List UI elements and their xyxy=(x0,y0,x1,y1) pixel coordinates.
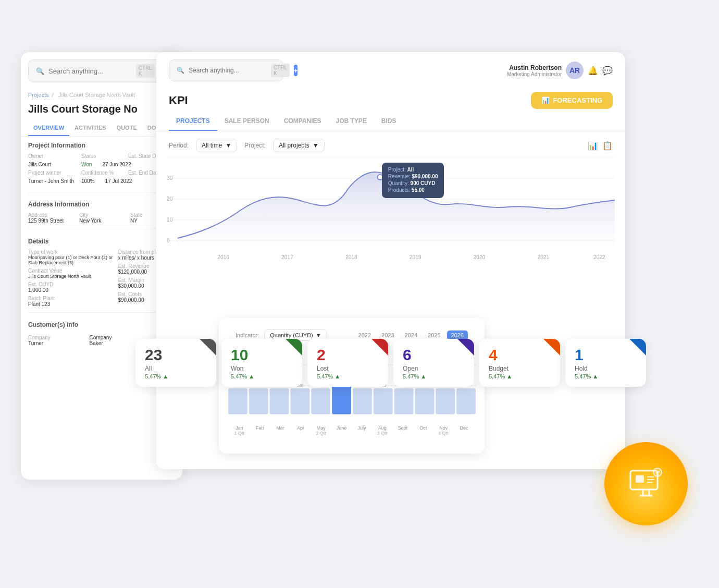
avatar: AR xyxy=(566,62,584,79)
qtr-label-1 xyxy=(250,431,270,436)
metric-num: 10 xyxy=(231,346,254,364)
metric-num: 23 xyxy=(145,346,168,364)
project-label: Project: xyxy=(244,142,266,149)
search-shortcut: CTRL K xyxy=(136,64,155,78)
est-cuyd-value: 1,000.00 xyxy=(28,287,114,293)
bar-Apr[interactable] xyxy=(290,388,309,414)
contract-label: Contract Value xyxy=(28,268,75,274)
metric-card-budget[interactable]: 4 Budget 5.47% ▲ xyxy=(479,339,560,387)
tab-quote[interactable]: QUOTE xyxy=(111,120,142,136)
kpi-tab-saleperson[interactable]: SALE PERSON xyxy=(217,112,277,131)
bar-Oct[interactable] xyxy=(415,388,434,414)
tab-overview[interactable]: OVERVIEW xyxy=(28,120,69,136)
address-value: 125 99th Street xyxy=(28,218,75,224)
bar-Mar[interactable] xyxy=(270,388,289,414)
qtr-label-0: 1 Qtr xyxy=(229,431,250,436)
turner-label: Turner xyxy=(28,340,85,346)
forecasting-icon: 📊 xyxy=(541,96,550,104)
bar-Dec[interactable] xyxy=(456,388,476,414)
indicator-label: Indicator: xyxy=(235,332,259,338)
right-search-input[interactable] xyxy=(189,67,267,74)
bar-Sept[interactable] xyxy=(394,388,414,414)
svg-text:2016: 2016 xyxy=(217,254,229,260)
metric-cards-row: 23 All 5.47% ▲ 10 Won 5.47% ▲ 2 Lost 5.4… xyxy=(135,339,636,387)
right-add-button[interactable]: + xyxy=(294,65,298,76)
qtr-label-11 xyxy=(454,431,474,436)
chevron-icon: ▼ xyxy=(316,332,321,338)
bell-icon[interactable]: 🔔 xyxy=(588,66,598,76)
tab-activities[interactable]: ACTIVITIES xyxy=(69,120,111,136)
metric-card-won[interactable]: 10 Won 5.47% ▲ xyxy=(221,339,302,387)
bar-qtr-labels: 1 Qtr2 Qtr3 Qtr4 Qtr xyxy=(227,431,476,436)
tooltip-revenue-value: $90,000.00 xyxy=(412,174,438,179)
kpi-title: KPI xyxy=(169,94,188,107)
line-chart-area: Project: All Revenue: $90,000.00 Quantit… xyxy=(167,157,615,277)
kpi-header: KPI 📊 FORECASTING xyxy=(156,81,625,109)
kpi-tab-bids[interactable]: BIDS xyxy=(374,112,404,131)
bar-x-labels: JanFebMarAprMayJuneJulyAugSeptOctNovDec xyxy=(227,425,476,431)
tooltip-products-label: Products: xyxy=(388,187,410,193)
month-label-Mar: Mar xyxy=(270,425,290,431)
month-label-Jan: Jan xyxy=(229,425,250,431)
table-icon[interactable]: 📋 xyxy=(602,141,613,151)
bar-Jan[interactable] xyxy=(228,388,247,414)
city-value: New York xyxy=(79,218,126,224)
city-label: City xyxy=(79,212,126,218)
user-name: Austin Robertson xyxy=(507,64,562,71)
kpi-tab-companies[interactable]: COMPANIES xyxy=(277,112,329,131)
metric-card-open[interactable]: 6 Open 5.47% ▲ xyxy=(393,339,474,387)
tooltip-products-value: 55.00 xyxy=(412,187,425,193)
svg-text:2021: 2021 xyxy=(538,254,550,260)
est-state-value: 27 Jun 2022 xyxy=(102,162,131,167)
left-search-input[interactable] xyxy=(48,67,132,75)
right-search-shortcut: CTRL K xyxy=(271,64,290,77)
address-label: Address xyxy=(28,212,75,218)
right-search-bar[interactable]: 🔍 CTRL K + xyxy=(169,59,283,81)
period-select[interactable]: All time ▼ xyxy=(196,139,237,152)
metric-trend: 5.47% ▲ xyxy=(145,373,168,379)
qtr-label-5 xyxy=(331,431,352,436)
svg-text:20: 20 xyxy=(167,196,173,202)
tooltip-project-value: All xyxy=(407,167,414,173)
forecasting-button[interactable]: 📊 FORECASTING xyxy=(531,92,613,109)
qtr-label-3 xyxy=(291,431,311,436)
svg-rect-23 xyxy=(636,475,644,483)
bar-July[interactable] xyxy=(353,388,372,414)
chart-tooltip: Project: All Revenue: $90,000.00 Quantit… xyxy=(382,163,444,198)
month-label-Oct: Oct xyxy=(413,425,433,431)
tooltip-project-label: Project: xyxy=(388,167,406,173)
month-label-Aug: Aug xyxy=(372,425,392,431)
project-select[interactable]: All projects ▼ xyxy=(273,139,325,152)
metric-label: All xyxy=(145,365,168,372)
month-label-Dec: Dec xyxy=(454,425,474,431)
bar-Feb[interactable] xyxy=(249,388,268,414)
qtr-label-8 xyxy=(392,431,413,436)
top-bar: 🔍 CTRL K + Austin Robertson Marketing Ad… xyxy=(156,52,625,81)
left-search-bar[interactable]: 🔍 CTRL K + xyxy=(28,59,175,82)
kpi-tab-jobtype[interactable]: JOB TYPE xyxy=(329,112,374,131)
breadcrumb-current: Jills Court Storage North Vault xyxy=(58,92,135,98)
svg-text:2020: 2020 xyxy=(474,254,486,260)
bar-Nov[interactable] xyxy=(436,388,455,414)
batch-plant-value: Plant 123 xyxy=(28,301,114,307)
address-info-title: Address Information xyxy=(28,201,175,208)
bar-Aug[interactable] xyxy=(374,388,393,414)
breadcrumb-projects[interactable]: Projects xyxy=(28,92,49,98)
kpi-tab-projects[interactable]: PROJECTS xyxy=(169,112,217,131)
type-work-label: Type of work xyxy=(28,249,75,255)
bar-chart-icon[interactable]: 📊 xyxy=(588,141,598,151)
status-value: Won xyxy=(81,162,92,167)
svg-text:2018: 2018 xyxy=(345,254,357,260)
forecasting-label: FORECASTING xyxy=(553,96,602,104)
tooltip-quantity-label: Quantity: xyxy=(388,180,409,186)
search-icon-right: 🔍 xyxy=(177,67,184,74)
metric-card-lost[interactable]: 2 Lost 5.47% ▲ xyxy=(307,339,388,387)
metric-card-hold[interactable]: 1 Hold 5.47% ▲ xyxy=(565,339,646,387)
bar-May[interactable] xyxy=(311,388,330,414)
tooltip-revenue-label: Revenue: xyxy=(388,174,411,179)
company-label: Company xyxy=(28,335,75,340)
chat-icon[interactable]: 💬 xyxy=(602,66,613,76)
month-label-June: June xyxy=(331,425,352,431)
metric-card-all[interactable]: 23 All 5.47% ▲ xyxy=(135,339,216,387)
search-icon: 🔍 xyxy=(36,67,44,75)
